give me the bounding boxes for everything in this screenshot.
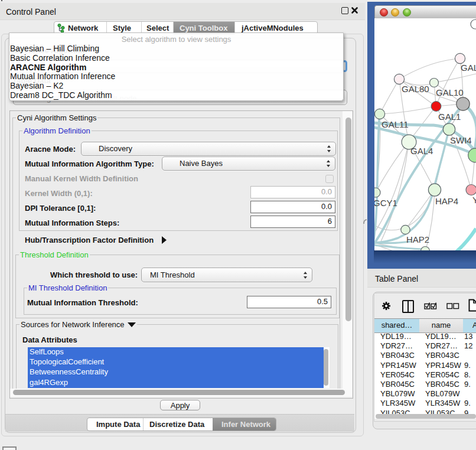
svg-text:HAP2: HAP2 (406, 234, 429, 244)
svg-text:GCY1: GCY1 (374, 198, 397, 208)
svg-text:GAL10: GAL10 (436, 87, 464, 97)
svg-text:GAL1: GAL1 (438, 112, 461, 122)
svg-text:GAL80: GAL80 (402, 84, 429, 94)
svg-text:SWI4: SWI4 (450, 135, 472, 145)
svg-text:Y: Y (472, 195, 476, 205)
svg-text:GAL2: GAL2 (461, 63, 476, 73)
svg-text:HAP4: HAP4 (435, 196, 458, 206)
svg-text:GAL4: GAL4 (410, 146, 433, 156)
svg-text:GAL11: GAL11 (382, 119, 409, 129)
